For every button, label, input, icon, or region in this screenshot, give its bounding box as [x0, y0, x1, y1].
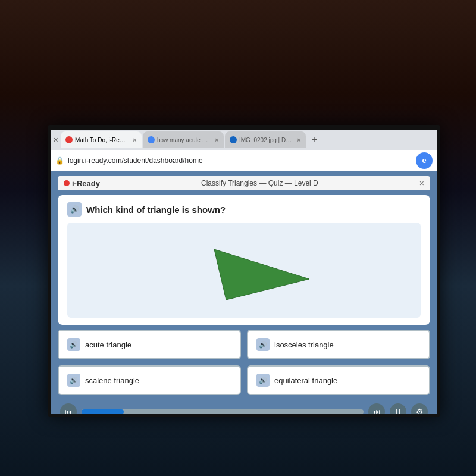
speaker-symbol: 🔊 — [70, 205, 79, 214]
browser-window: ✕ Math To Do, i-Ready ✕ how many acute a… — [51, 130, 437, 414]
tab-google-label: how many acute angle is in a — [157, 137, 211, 143]
answer2-label: isosceles triangle — [274, 340, 334, 349]
quiz-title: Classify Triangles — Quiz — Level D — [100, 179, 419, 187]
tab-google-close[interactable]: ✕ — [214, 137, 219, 143]
answer-acute-triangle[interactable]: 🔊 acute triangle — [58, 330, 241, 359]
iready-logo-icon — [64, 180, 70, 186]
progress-bar — [82, 409, 364, 414]
lock-icon: 🔒 — [55, 156, 64, 165]
google-tab-icon — [148, 136, 155, 143]
tab-close-first[interactable]: ✕ — [53, 136, 58, 144]
extension-button[interactable]: e — [416, 152, 433, 169]
iready-logo-text: i-Ready — [72, 179, 100, 188]
tab-dochub-close[interactable]: ✕ — [296, 137, 301, 143]
answer3-speaker-icon[interactable]: 🔊 — [67, 374, 80, 387]
tab-dochub[interactable]: IMG_0202.jpg | DocHub ✕ — [225, 131, 306, 148]
answer3-label: scalene triangle — [85, 376, 139, 385]
answer1-label: acute triangle — [85, 340, 131, 349]
question-box: 🔊 Which kind of triangle is shown? — [58, 195, 430, 325]
question-header: 🔊 Which kind of triangle is shown? — [67, 202, 421, 217]
pause-button[interactable]: ⏸ — [390, 403, 406, 414]
tab-bar: ✕ Math To Do, i-Ready ✕ how many acute a… — [51, 130, 437, 150]
svg-marker-0 — [214, 249, 309, 300]
url-display[interactable]: login.i-ready.com/student/dashboard/home — [68, 156, 412, 165]
triangle-display-area — [67, 223, 421, 318]
back-button[interactable]: ⏮ — [60, 403, 77, 414]
answer-grid: 🔊 acute triangle 🔊 isosceles triangle 🔊 … — [58, 330, 430, 395]
iready-content-area: i-Ready Classify Triangles — Quiz — Leve… — [51, 171, 437, 414]
forward-button[interactable]: ⏭ — [368, 403, 385, 414]
settings-button[interactable]: ⚙ — [411, 403, 428, 414]
progress-fill — [82, 409, 124, 414]
tab-iready[interactable]: Math To Do, i-Ready ✕ — [61, 131, 142, 148]
answer-scalene-triangle[interactable]: 🔊 scalene triangle — [58, 365, 241, 395]
tab-dochub-label: IMG_0202.jpg | DocHub — [239, 137, 293, 143]
iready-logo: i-Ready — [64, 179, 100, 188]
dochub-tab-icon — [230, 136, 237, 143]
triangle-svg — [178, 231, 309, 309]
iready-tab-icon — [65, 136, 73, 143]
tab-iready-label: Math To Do, i-Ready — [75, 137, 129, 143]
question-text: Which kind of triangle is shown? — [86, 205, 226, 215]
quiz-close-button[interactable]: × — [419, 178, 424, 188]
answer-isosceles-triangle[interactable]: 🔊 isosceles triangle — [247, 330, 430, 359]
answer4-speaker-icon[interactable]: 🔊 — [256, 374, 270, 387]
tab-iready-close[interactable]: ✕ — [132, 137, 137, 143]
iready-header: i-Ready Classify Triangles — Quiz — Leve… — [58, 176, 430, 190]
answer4-label: equilateral triangle — [274, 376, 337, 385]
question-speaker-button[interactable]: 🔊 — [67, 202, 82, 217]
answer2-speaker-icon[interactable]: 🔊 — [256, 338, 270, 351]
tab-google[interactable]: how many acute angle is in a ✕ — [143, 131, 224, 148]
answer-equilateral-triangle[interactable]: 🔊 equilateral triangle — [247, 365, 430, 395]
address-bar: 🔒 login.i-ready.com/student/dashboard/ho… — [51, 150, 437, 171]
answer1-speaker-icon[interactable]: 🔊 — [67, 338, 80, 351]
new-tab-button[interactable]: + — [307, 132, 322, 148]
bottom-controls-bar: ⏮ ⏭ ⏸ ⚙ — [58, 400, 430, 414]
